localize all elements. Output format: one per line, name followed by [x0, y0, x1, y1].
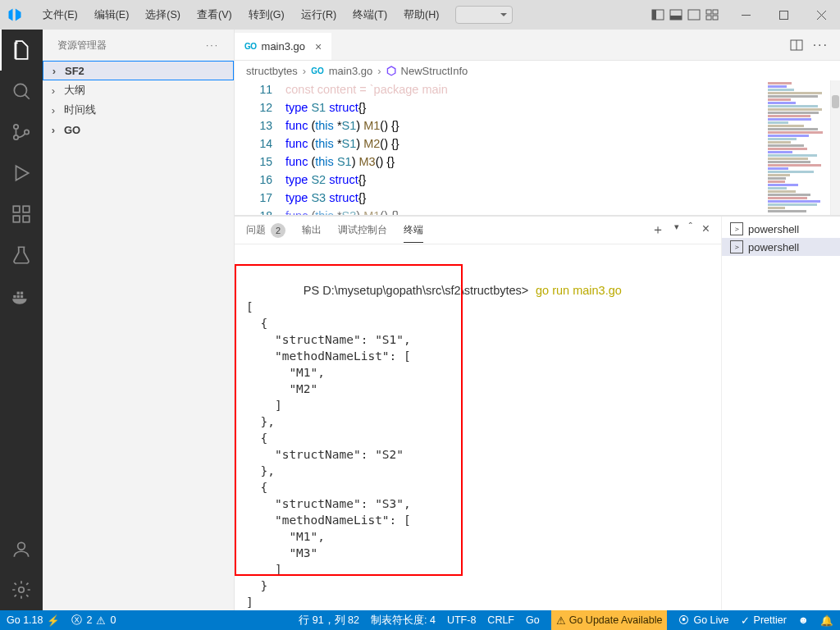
code-editor[interactable]: 1112131415161718 const content = `packag… [235, 80, 840, 215]
menu-view[interactable]: 查看(V) [189, 5, 240, 25]
menu-edit[interactable]: 编辑(E) [86, 5, 138, 25]
sidebar-item-大纲[interactable]: ›大纲 [43, 80, 234, 100]
chevron-right-icon: › [303, 65, 306, 77]
check-icon: ✓ [741, 614, 750, 627]
menu-bar: 文件(E) 编辑(E) 选择(S) 查看(V) 转到(G) 运行(R) 终端(T… [30, 5, 447, 25]
window-close-button[interactable] [802, 0, 840, 30]
activity-run-debug[interactable] [0, 153, 43, 194]
breadcrumb-file[interactable]: main3.go [329, 65, 372, 77]
menu-file[interactable]: 文件(E) [34, 5, 86, 25]
search-dropdown[interactable] [455, 6, 513, 24]
panel-bottom-icon[interactable] [669, 8, 682, 21]
breadcrumb-symbol[interactable]: NewStructInfo [401, 65, 468, 77]
terminal-output[interactable]: PS D:\mysetup\gopath\src\sf2\structbytes… [235, 244, 721, 610]
layout-controls [643, 8, 727, 21]
svg-rect-20 [17, 295, 20, 298]
sidebar-more-icon[interactable]: ··· [206, 39, 219, 51]
app-logo-icon [0, 0, 30, 30]
tab-main3-go[interactable]: GO main3.go × [235, 33, 331, 60]
status-go-live[interactable]: ⦿Go Live [678, 614, 728, 626]
status-go-update[interactable]: ⚠Go Update Available [551, 610, 668, 630]
code-body[interactable]: const content = `package maintype S1 str… [285, 80, 448, 215]
go-file-icon: GO [244, 42, 257, 51]
svg-point-13 [14, 135, 18, 139]
window-maximize-button[interactable] [765, 0, 802, 30]
activity-search[interactable] [0, 71, 43, 112]
titlebar: 文件(E) 编辑(E) 选择(S) 查看(V) 转到(G) 运行(R) 终端(T… [0, 0, 840, 30]
svg-rect-22 [17, 292, 20, 294]
status-problems[interactable]: ⓧ2 ⚠0 [71, 614, 116, 628]
status-prettier[interactable]: ✓Prettier [741, 614, 787, 627]
window-minimize-button[interactable] [727, 0, 765, 30]
split-editor-icon[interactable] [790, 39, 803, 52]
chevron-up-icon[interactable]: ˆ [689, 221, 692, 239]
activity-settings[interactable] [0, 569, 43, 610]
menu-goto[interactable]: 转到(G) [240, 5, 293, 25]
terminal-session[interactable]: ＞powershell [722, 238, 840, 256]
svg-rect-5 [706, 10, 711, 14]
menu-terminal[interactable]: 终端(T) [345, 5, 395, 25]
tab-debug-console[interactable]: 调试控制台 [338, 218, 387, 242]
close-panel-icon[interactable]: × [702, 221, 710, 239]
status-encoding[interactable]: UTF-8 [447, 614, 476, 626]
panel-right-icon[interactable] [687, 8, 701, 21]
status-go-version[interactable]: Go 1.18⚡ [7, 614, 60, 627]
layout-grid-icon[interactable] [705, 8, 719, 21]
chevron-right-icon: › [48, 104, 59, 116]
tab-problems[interactable]: 问题 2 [246, 218, 285, 243]
activity-extensions[interactable] [0, 194, 43, 235]
terminal-sessions: ＞powershell＞powershell [721, 217, 840, 610]
svg-rect-4 [688, 10, 700, 20]
breadcrumbs[interactable]: structbytes › GO main3.go › ⬡ NewStructI… [235, 61, 840, 80]
svg-rect-3 [670, 16, 682, 20]
breadcrumb-folder[interactable]: structbytes [246, 65, 298, 77]
bottom-panel: 问题 2 输出 调试控制台 终端 ＋ ▾ ˆ × PS D:\mysetup\g [235, 215, 840, 610]
tab-more-icon[interactable]: ··· [813, 38, 829, 52]
svg-point-24 [18, 542, 25, 550]
status-cursor-pos[interactable]: 行 91，列 82 [299, 614, 359, 628]
svg-point-11 [14, 84, 26, 96]
activity-source-control[interactable] [0, 112, 43, 153]
editor-column: GO main3.go × ··· structbytes › GO main3… [235, 30, 840, 610]
menu-help[interactable]: 帮助(H) [395, 5, 447, 25]
svg-rect-9 [742, 15, 751, 16]
activity-docker[interactable] [0, 276, 43, 317]
status-lang[interactable]: Go [526, 614, 540, 626]
menu-run[interactable]: 运行(R) [293, 5, 345, 25]
sidebar-item-sf2[interactable]: ›SF2 [43, 61, 234, 80]
status-notifications-icon[interactable]: 🔔 [820, 614, 833, 627]
broadcast-icon: ⦿ [678, 614, 689, 626]
svg-rect-1 [652, 10, 656, 20]
panel-tabs: 问题 2 输出 调试控制台 终端 ＋ ▾ ˆ × [235, 217, 721, 244]
panel-left-icon[interactable] [651, 8, 664, 21]
sidebar-item-go[interactable]: ›GO [43, 120, 234, 139]
sidebar-item-时间线[interactable]: ›时间线 [43, 100, 234, 120]
activity-explorer[interactable] [0, 30, 43, 71]
menu-select[interactable]: 选择(S) [137, 5, 189, 25]
activity-account[interactable] [0, 528, 43, 569]
terminal-icon: ＞ [730, 222, 743, 235]
activity-bar [0, 30, 43, 610]
tab-terminal[interactable]: 终端 [404, 218, 423, 243]
sidebar-explorer: 资源管理器 ··· ›SF2›大纲›时间线›GO [43, 30, 235, 610]
editor-scrollbar[interactable] [830, 80, 840, 215]
activity-testing[interactable] [0, 235, 43, 276]
chevron-down-icon[interactable]: ▾ [674, 221, 679, 239]
minimap[interactable] [768, 82, 830, 213]
tab-output[interactable]: 输出 [302, 218, 322, 242]
highlight-box [235, 264, 463, 576]
status-feedback-icon[interactable]: ☻ [798, 614, 809, 626]
warning-icon: ⚠ [556, 614, 566, 627]
close-icon[interactable]: × [310, 40, 322, 53]
chevron-right-icon: › [48, 84, 59, 97]
new-terminal-icon[interactable]: ＋ [651, 221, 664, 239]
svg-rect-21 [21, 295, 23, 298]
status-tab-size[interactable]: 制表符长度: 4 [371, 614, 436, 628]
terminal-session[interactable]: ＞powershell [722, 220, 840, 238]
status-eol[interactable]: CRLF [487, 614, 514, 626]
lightning-icon: ⚡ [47, 614, 60, 627]
package-icon: ⬡ [386, 64, 396, 77]
problems-count-badge: 2 [271, 223, 285, 238]
svg-point-25 [19, 587, 25, 593]
warning-icon: ⚠ [96, 614, 106, 627]
